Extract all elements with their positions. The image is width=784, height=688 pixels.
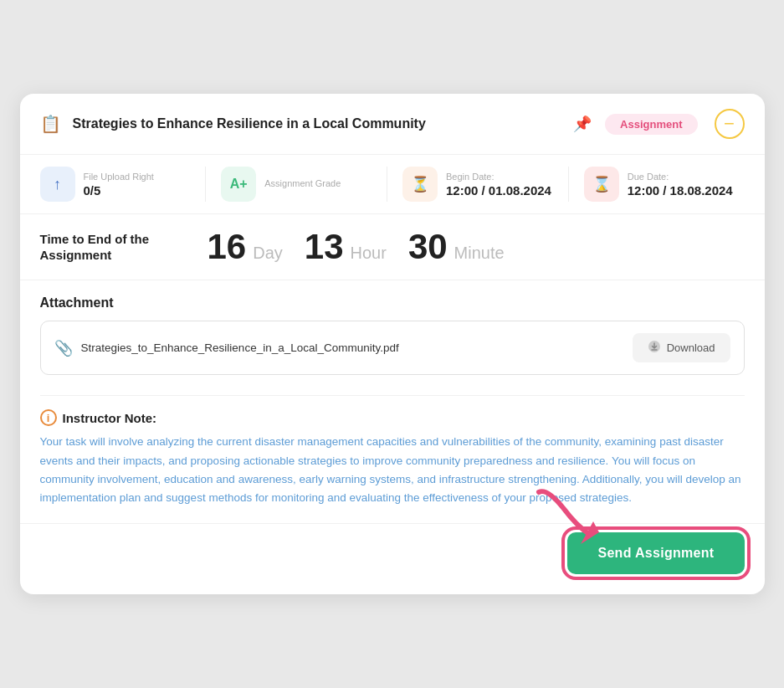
paperclip-icon: 📎 — [54, 339, 73, 357]
instructor-note-body: Your task will involve analyzing the cur… — [40, 433, 745, 507]
assignment-badge: Assignment — [605, 114, 697, 135]
timer-row: Time to End of the Assignment 16 Day 13 … — [20, 214, 765, 280]
instructor-note-section: i Instructor Note: Your task will involv… — [20, 396, 765, 516]
info-circle-icon: i — [40, 409, 57, 426]
instructor-header: i Instructor Note: — [40, 409, 745, 426]
download-button[interactable]: Download — [633, 333, 730, 362]
due-date-item: ⌛ Due Date: 12:00 / 18.08.2024 — [568, 167, 745, 202]
minute-number: 30 — [408, 229, 448, 264]
instructor-note-title: Instructor Note: — [63, 411, 157, 425]
hour-number: 13 — [305, 229, 344, 264]
minute-label: Minute — [454, 244, 505, 263]
attachment-section: Attachment 📎 Strategies_to_Enhance_Resil… — [20, 280, 765, 382]
footer-area: Send Assignment — [20, 523, 765, 594]
attachment-box: 📎 Strategies_to_Enhance_Resilience_in_a_… — [40, 321, 745, 375]
file-upload-item: ↑ File Upload Right 0/5 — [40, 167, 201, 202]
header: 📋 Strategies to Enhance Resilience in a … — [20, 94, 765, 155]
timer-units: 16 Day 13 Hour 30 Minute — [208, 229, 745, 264]
timer-label: Time to End of the Assignment — [40, 231, 208, 264]
assignment-icon: 📋 — [40, 114, 61, 134]
grade-icon: A+ — [221, 167, 256, 202]
info-row: ↑ File Upload Right 0/5 A+ Assignment Gr… — [20, 155, 765, 214]
file-upload-value: 0/5 — [84, 183, 154, 198]
file-upload-icon: ↑ — [40, 167, 75, 202]
arrow-indicator — [530, 484, 606, 551]
assignment-card: 📋 Strategies to Enhance Resilience in a … — [20, 94, 765, 593]
attachment-filename: Strategies_to_Enhance_Resilience_in_a_Lo… — [81, 341, 624, 354]
begin-date-value: 12:00 / 01.08.2024 — [446, 183, 551, 198]
info-icon-label: i — [47, 412, 50, 424]
day-label: Day — [253, 244, 283, 263]
hour-label: Hour — [351, 244, 387, 263]
due-date-value: 12:00 / 18.08.2024 — [628, 183, 733, 198]
grade-label: Assignment Grade — [264, 178, 341, 188]
pin-icon: 📌 — [573, 115, 592, 133]
page-title: Strategies to Enhance Resilience in a Lo… — [73, 116, 566, 131]
begin-date-icon: ⏳ — [402, 167, 438, 202]
due-date-icon: ⌛ — [584, 167, 619, 202]
grade-item: A+ Assignment Grade — [205, 167, 382, 202]
begin-date-item: ⏳ Begin Date: 12:00 / 01.08.2024 — [387, 167, 563, 202]
due-date-label: Due Date: — [628, 172, 733, 182]
day-number: 16 — [208, 229, 247, 264]
begin-date-label: Begin Date: — [446, 172, 551, 182]
collapse-button[interactable]: − — [715, 109, 745, 139]
download-label: Download — [667, 341, 715, 354]
file-upload-label: File Upload Right — [84, 172, 154, 182]
download-icon — [648, 340, 661, 356]
attachment-title: Attachment — [40, 295, 745, 311]
